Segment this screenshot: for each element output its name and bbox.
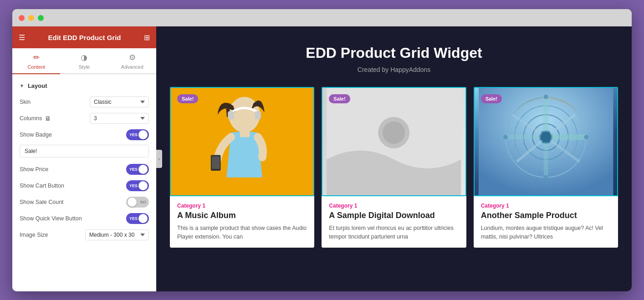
layout-arrow-icon: ▼ [20,83,24,88]
sale-badge-2: Sale! [329,94,350,103]
product-grid: Sale! [170,87,618,248]
show-price-toggle-wrap: YES [126,164,149,175]
show-badge-toggle[interactable]: YES [126,129,149,140]
show-quick-view-knob [138,214,148,223]
sidebar-tabs: ✏ Content ◑ Style ⚙ Advanced [12,48,156,74]
product-category-3: Category 1 [481,203,611,209]
columns-control: 1 2 3 4 5 [90,113,149,124]
show-badge-row: Show Badge YES [12,127,156,143]
show-quick-view-toggle-wrap: YES [126,213,149,224]
browser-content: ☰ Edit EDD Product Grid ⊞ ✏ Content ◑ St… [12,26,632,291]
svg-point-19 [543,95,548,99]
browser-window: ☰ Edit EDD Product Grid ⊞ ✏ Content ◑ St… [12,9,632,291]
svg-rect-6 [240,130,250,137]
browser-titlebar [12,9,632,26]
sidebar-title: Edit EDD Product Grid [31,34,138,41]
product-category-1: Category 1 [177,203,307,209]
svg-point-21 [543,175,548,180]
style-tab-icon: ◑ [81,53,87,62]
columns-row: Columns 🖥 1 2 3 4 5 [12,110,156,127]
product-info-1: Category 1 A Music Album This is a sampl… [170,196,314,248]
tab-advanced[interactable]: ⚙ Advanced [108,48,156,74]
widget-subtitle: Created by HappyAddons [170,66,618,73]
product-name-1: A Music Album [177,211,307,220]
show-price-toggle[interactable]: YES [126,164,149,175]
image-size-label: Image Size [20,232,85,238]
product-desc-2: Et turpis lorem vel rhoncus eu ac portti… [329,224,459,241]
product-image-wrap-3: Sale! [474,87,618,196]
monitor-icon: 🖥 [45,115,51,122]
skin-select[interactable]: Classic Modern Minimal [90,97,149,107]
dot-red[interactable] [19,15,25,21]
widget-title: EDD Product Grid Widget [170,45,618,61]
product-image-3 [475,88,617,195]
skin-label: Skin [20,99,90,105]
image-size-select[interactable]: Medium - 300 x 30 Thumbnail Large Full [85,229,149,240]
product-desc-1: This is a sample product that show cases… [177,224,307,241]
svg-rect-5 [212,156,220,169]
show-sale-count-toggle-label: NO [140,200,147,204]
hamburger-icon[interactable]: ☰ [19,33,25,42]
badge-label-input[interactable] [20,145,149,158]
show-sale-count-row: Show Sale Count NO [12,194,156,210]
show-badge-label: Show Badge [20,132,126,138]
show-cart-button-label: Show Cart Button [20,183,126,189]
skin-control: Classic Modern Minimal [90,97,149,107]
show-badge-toggle-label: YES [129,132,138,137]
collapse-handle[interactable]: ‹ [156,150,162,168]
image-size-row: Image Size Medium - 300 x 30 Thumbnail L… [12,227,156,243]
layout-section-title: Layout [28,82,47,89]
show-sale-count-toggle[interactable]: NO [126,197,149,208]
product-image-1 [171,88,313,195]
show-sale-count-knob [128,198,137,207]
product-info-3: Category 1 Another Sample Product Lundiu… [474,196,618,248]
show-sale-count-toggle-wrap: NO [126,197,149,208]
show-cart-knob [138,181,148,190]
svg-point-20 [503,135,508,139]
skin-row: Skin Classic Modern Minimal [12,94,156,110]
grid-icon[interactable]: ⊞ [144,33,150,42]
show-quick-view-label: Show Quick View Button [20,215,126,222]
show-badge-knob [138,130,148,139]
product-category-2: Category 1 [329,203,459,209]
show-price-toggle-label: YES [129,167,138,172]
product-image-2 [322,88,465,195]
product-info-2: Category 1 A Sample Digital Download Et … [322,196,466,248]
show-quick-view-toggle-label: YES [129,216,138,221]
sale-badge-3: Sale! [481,94,502,103]
product-desc-3: Lundium, montes augue tristique augue? A… [481,224,611,241]
svg-point-17 [541,132,552,142]
style-tab-label: Style [79,64,90,70]
dot-yellow[interactable] [28,15,34,21]
advanced-tab-icon: ⚙ [129,53,136,62]
product-card-3: Sale! [474,87,618,248]
content-tab-icon: ✏ [33,53,40,62]
tab-style[interactable]: ◑ Style [60,48,108,74]
badge-label-row [12,145,156,158]
layout-section-header: ▼ Layout [12,80,156,94]
svg-point-9 [383,122,405,144]
svg-rect-2 [228,111,234,119]
sidebar-header: ☰ Edit EDD Product Grid ⊞ [12,26,156,48]
show-price-knob [138,165,148,174]
dot-green[interactable] [38,15,44,21]
product-image-wrap-1: Sale! [170,87,314,196]
product-card-2: Sale! Ca [322,87,466,248]
svg-point-18 [584,135,588,139]
show-price-row: Show Price YES [12,161,156,178]
advanced-tab-label: Advanced [121,64,143,70]
show-cart-toggle[interactable]: YES [126,180,149,191]
show-badge-toggle-wrap: YES [126,129,149,140]
show-price-label: Show Price [20,166,126,173]
product-image-wrap-2: Sale! [322,87,466,196]
product-name-2: A Sample Digital Download [329,211,459,220]
product-card: Sale! [170,87,314,248]
tab-content[interactable]: ✏ Content [12,48,60,74]
sale-badge-1: Sale! [177,94,198,103]
sidebar: ☰ Edit EDD Product Grid ⊞ ✏ Content ◑ St… [12,26,156,291]
product-name-3: Another Sample Product [481,211,611,220]
image-size-control: Medium - 300 x 30 Thumbnail Large Full [85,229,149,240]
svg-rect-3 [255,111,261,119]
columns-select[interactable]: 1 2 3 4 5 [90,113,149,124]
show-quick-view-toggle[interactable]: YES [126,213,149,224]
